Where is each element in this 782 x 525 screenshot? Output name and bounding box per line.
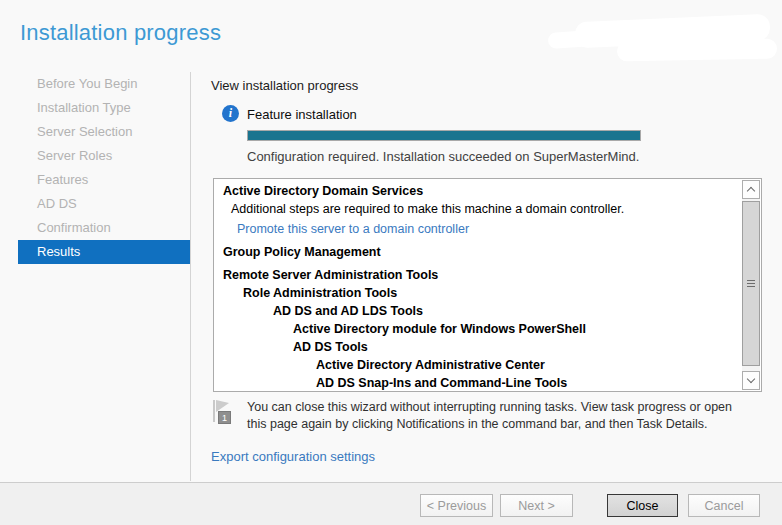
- sidebar-item-confirmation[interactable]: Confirmation: [0, 216, 190, 240]
- installation-status-message: Configuration required. Installation suc…: [247, 149, 639, 164]
- cancel-button[interactable]: Cancel: [688, 494, 760, 517]
- sidebar-divider: [190, 72, 191, 481]
- installed-features-list: Active Directory Domain Services Additio…: [214, 182, 739, 391]
- chevron-down-icon: [747, 375, 755, 383]
- list-item: AD DS Tools: [223, 338, 739, 356]
- page-title: Installation progress: [20, 20, 221, 46]
- sidebar-item-ad-ds[interactable]: AD DS: [0, 192, 190, 216]
- scrollbar-thumb[interactable]: [742, 201, 760, 366]
- wizard-dialog: Installation progress Before You Begin I…: [0, 0, 782, 525]
- list-item: Active Directory Administrative Center: [223, 356, 739, 374]
- list-item: Role Administration Tools: [223, 284, 739, 302]
- installed-features-box: Active Directory Domain Services Additio…: [213, 178, 762, 392]
- promote-domain-controller-link[interactable]: Promote this server to a domain controll…: [223, 220, 739, 238]
- scroll-down-button[interactable]: [742, 371, 760, 390]
- sidebar-item-results[interactable]: Results: [18, 240, 190, 264]
- previous-button[interactable]: < Previous: [420, 494, 493, 517]
- list-item: AD DS and AD LDS Tools: [223, 302, 739, 320]
- list-item: Remote Server Administration Tools: [223, 266, 739, 284]
- footer-bar: < Previous Next > Close Cancel: [0, 482, 782, 525]
- list-item: Group Policy Management: [223, 243, 739, 261]
- close-wizard-note: You can close this wizard without interr…: [247, 399, 752, 433]
- close-button[interactable]: Close: [607, 494, 678, 517]
- sidebar-item-server-selection[interactable]: Server Selection: [0, 120, 190, 144]
- info-icon: i: [222, 105, 239, 122]
- vertical-scrollbar[interactable]: [742, 180, 760, 390]
- notification-flag-icon: 1: [212, 399, 238, 427]
- list-item: Active Directory Domain Services: [223, 182, 739, 200]
- wizard-steps-sidebar: Before You Begin Installation Type Serve…: [0, 72, 190, 264]
- sidebar-item-installation-type[interactable]: Installation Type: [0, 96, 190, 120]
- chevron-up-icon: [747, 187, 755, 195]
- sidebar-item-before-you-begin[interactable]: Before You Begin: [0, 72, 190, 96]
- installation-progress-bar: [247, 130, 641, 141]
- section-heading: View installation progress: [211, 78, 358, 93]
- notification-count-badge: 1: [218, 411, 231, 424]
- feature-installation-label: Feature installation: [247, 107, 357, 122]
- scroll-up-button[interactable]: [742, 180, 760, 199]
- progress-fill: [248, 131, 640, 140]
- next-button[interactable]: Next >: [500, 494, 573, 517]
- scrollbar-grip-icon: [747, 280, 755, 288]
- list-item-note: Additional steps are required to make th…: [223, 200, 739, 218]
- export-configuration-link[interactable]: Export configuration settings: [211, 449, 375, 464]
- list-item: AD DS Snap-Ins and Command-Line Tools: [223, 374, 739, 391]
- sidebar-item-features[interactable]: Features: [0, 168, 190, 192]
- sidebar-item-server-roles[interactable]: Server Roles: [0, 144, 190, 168]
- list-item: Active Directory module for Windows Powe…: [223, 320, 739, 338]
- redaction-smudge: [617, 39, 777, 62]
